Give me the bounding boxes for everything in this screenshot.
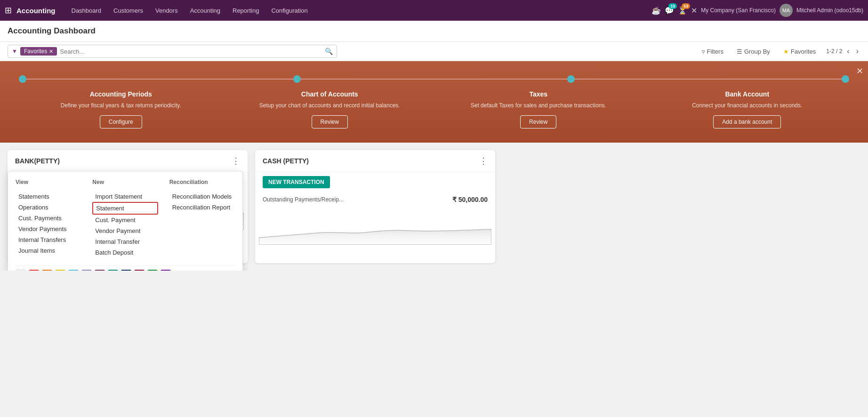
step-4-title: Bank Account (645, 90, 850, 98)
chat-icon[interactable]: 💬 15 (665, 6, 674, 15)
step-line-3 (575, 79, 842, 80)
swatch-mauve[interactable] (95, 270, 105, 271)
nav-menu: Dashboard Customers Vendors Accounting R… (66, 4, 649, 17)
dropdown-cust-payments[interactable]: Cust. Payments (16, 213, 81, 224)
company-name: My Company (San Francisco) (701, 7, 776, 14)
bank-card-menu-icon[interactable]: ⋮ (232, 156, 240, 166)
bank-card-header: BANK(PETTY) ⋮ (8, 150, 248, 172)
dropdown-statement[interactable]: Statement (92, 202, 158, 215)
cash-card: CASH (PETTY) ⋮ NEW TRANSACTION Outstandi… (255, 150, 495, 263)
bank-dropdown-menu: View Statements Operations Cust. Payment… (8, 171, 243, 271)
favorites-label: Favorites (791, 48, 816, 55)
dropdown-import-statement[interactable]: Import Statement (92, 191, 158, 202)
bank-card: BANK(PETTY) ⋮ ONLINE SYNCHRON... Create … (8, 150, 248, 263)
onboarding-banner: ✕ Accounting Periods Define your fiscal … (0, 61, 868, 143)
cash-chart (255, 207, 495, 249)
cash-card-menu-icon[interactable]: ⋮ (479, 156, 488, 166)
dropdown-view-title: View (16, 179, 81, 187)
new-transaction-button[interactable]: NEW TRANSACTION (263, 176, 330, 188)
step-1-title: Accounting Periods (19, 90, 223, 98)
prev-page-button[interactable]: ‹ (845, 47, 851, 56)
step-line-1 (26, 79, 293, 80)
dashboard-content: BANK(PETTY) ⋮ ONLINE SYNCHRON... Create … (0, 143, 868, 271)
dropdown-internal-transfer[interactable]: Internal Transfer (92, 236, 158, 247)
dropdown-statements[interactable]: Statements (16, 191, 81, 202)
outstanding-label: Outstanding Payments/Receip... (263, 196, 344, 203)
swatch-orange[interactable] (42, 270, 52, 271)
swatch-lightblue[interactable] (68, 270, 79, 271)
step-dot-2 (293, 75, 301, 83)
nav-accounting[interactable]: Accounting (185, 4, 226, 17)
swatch-teal[interactable] (108, 270, 118, 271)
dropdown-internal-transfers[interactable]: Internal Transfers (16, 234, 81, 245)
step-1: Accounting Periods Define your fiscal ye… (19, 90, 223, 128)
step-dot-1 (19, 75, 26, 83)
dropdown-new-col: New Import Statement Statement Cust. Pay… (92, 179, 158, 258)
search-filter-icon: ▼ (12, 48, 17, 55)
dropdown-reconciliation-title: Reconciliation (169, 179, 235, 187)
pagination: 1-2 / 2 ‹ › (826, 47, 860, 56)
search-row: ▼ Favorites ✕ 🔍 ▿ Filters ☰ Group By ★ F… (0, 42, 868, 61)
cash-card-actions: NEW TRANSACTION (255, 172, 495, 192)
nav-dashboard[interactable]: Dashboard (66, 4, 107, 17)
nav-reporting[interactable]: Reporting (227, 4, 265, 17)
close-icon[interactable]: ✕ (691, 6, 697, 15)
onboarding-steps: Accounting Periods Define your fiscal ye… (19, 90, 849, 128)
groupby-button[interactable]: ☰ Group By (734, 46, 773, 57)
favorites-button[interactable]: ★ Favorites (780, 46, 819, 57)
dropdown-new-title: New (92, 179, 158, 187)
nav-configuration[interactable]: Configuration (265, 4, 313, 17)
step-3-btn[interactable]: Review (520, 115, 556, 128)
favorites-tag-close[interactable]: ✕ (49, 48, 53, 55)
clock-icon[interactable]: ⏳ 53 (678, 6, 687, 15)
groupby-icon: ☰ (737, 48, 742, 55)
onboarding-close-icon[interactable]: ✕ (856, 66, 863, 76)
swatch-slate[interactable] (81, 270, 92, 271)
step-2-btn[interactable]: Review (312, 115, 348, 128)
search-submit-icon[interactable]: 🔍 (325, 48, 333, 55)
dropdown-reconciliation-report[interactable]: Reconciliation Report (169, 202, 235, 213)
chat-badge: 15 (668, 3, 677, 9)
steps-track (19, 75, 849, 83)
step-3-desc: Set default Taxes for sales and purchase… (436, 102, 641, 110)
cash-card-header: CASH (PETTY) ⋮ (255, 150, 495, 172)
step-dot-4 (842, 75, 849, 83)
star-icon: ★ (783, 48, 789, 55)
dropdown-vendor-payment[interactable]: Vendor Payment (92, 225, 158, 236)
dropdown-operations[interactable]: Operations (16, 202, 81, 213)
app-name: Accounting (16, 7, 56, 15)
clock-badge: 53 (682, 3, 690, 9)
dropdown-reconciliation-models[interactable]: Reconciliation Models (169, 191, 235, 202)
pagination-text: 1-2 / 2 (826, 48, 842, 55)
app-grid-icon[interactable]: ⊞ (5, 5, 12, 16)
dropdown-journal-items[interactable]: Journal Items (16, 245, 81, 256)
step-3: Taxes Set default Taxes for sales and pu… (436, 90, 641, 128)
step-2-desc: Setup your chart of accounts and record … (228, 102, 432, 110)
dropdown-cust-payment[interactable]: Cust. Payment (92, 215, 158, 225)
filters-button[interactable]: ▿ Filters (699, 46, 726, 57)
notification-icon[interactable]: ☕ (651, 6, 661, 15)
dropdown-vendor-payments[interactable]: Vendor Payments (16, 224, 81, 234)
swatch-red[interactable] (29, 270, 39, 271)
dropdown-columns: View Statements Operations Cust. Payment… (16, 179, 235, 258)
nav-vendors[interactable]: Vendors (150, 4, 184, 17)
step-3-title: Taxes (436, 90, 641, 98)
swatch-navy[interactable] (121, 270, 131, 271)
step-4-btn[interactable]: Add a bank account (713, 115, 781, 128)
step-2: Chart of Accounts Setup your chart of ac… (228, 90, 432, 128)
swatch-purple[interactable] (161, 270, 171, 271)
filter-icon: ▿ (702, 48, 705, 55)
favorites-tag[interactable]: Favorites ✕ (20, 47, 57, 56)
user-avatar[interactable]: MA (780, 4, 793, 17)
cash-card-title: CASH (PETTY) (263, 157, 479, 165)
swatch-green[interactable] (147, 270, 158, 271)
step-1-btn[interactable]: Configure (100, 115, 142, 128)
outstanding-amount: ₹ 50,000.00 (452, 196, 488, 203)
nav-customers[interactable]: Customers (108, 4, 149, 17)
swatch-crimson[interactable] (134, 270, 145, 271)
search-input[interactable] (60, 48, 322, 55)
next-page-button[interactable]: › (854, 47, 860, 56)
swatch-yellow[interactable] (55, 270, 65, 271)
dropdown-batch-deposit[interactable]: Batch Deposit (92, 247, 158, 258)
swatch-eraser[interactable]: ✎ (16, 270, 26, 271)
